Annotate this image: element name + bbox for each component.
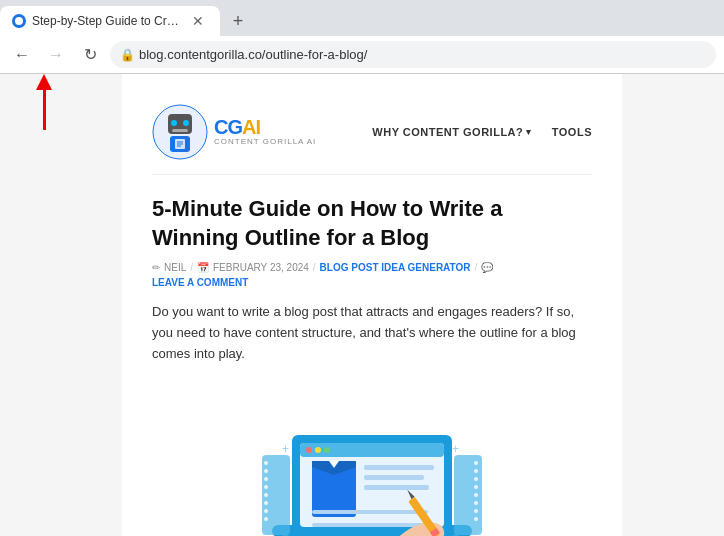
article-meta: ✏ NEIL / 📅 FEBRUARY 23, 2024 / BLOG POST… bbox=[152, 262, 592, 288]
svg-point-39 bbox=[474, 493, 478, 497]
page-content: CGAI CONTENT GORILLA AI WHY CONTENT GORI… bbox=[122, 74, 622, 536]
svg-point-41 bbox=[474, 509, 478, 513]
article-intro: Do you want to write a blog post that at… bbox=[152, 302, 592, 364]
svg-text:+: + bbox=[452, 442, 459, 456]
tab-bar: Step-by-Step Guide to Craft the ... ✕ + bbox=[0, 0, 724, 36]
svg-point-35 bbox=[474, 461, 478, 465]
meta-date: FEBRUARY 23, 2024 bbox=[213, 262, 309, 273]
tools-nav[interactable]: TooLS bbox=[552, 126, 592, 138]
meta-category-link[interactable]: BLOG POST IDEA GENERATOR bbox=[320, 262, 471, 273]
lock-icon: 🔒 bbox=[120, 48, 135, 62]
illustration: + + + + bbox=[152, 385, 592, 536]
svg-point-27 bbox=[264, 469, 268, 473]
site-nav: CGAI CONTENT GORILLA AI WHY CONTENT GORI… bbox=[152, 94, 592, 175]
url-wrapper: 🔒 bbox=[110, 41, 716, 68]
svg-point-30 bbox=[264, 493, 268, 497]
svg-point-38 bbox=[474, 485, 478, 489]
browser-window: Step-by-Step Guide to Craft the ... ✕ + … bbox=[0, 0, 724, 536]
tab-close-button[interactable]: ✕ bbox=[188, 11, 208, 31]
svg-rect-13 bbox=[300, 443, 444, 457]
svg-text:+: + bbox=[282, 529, 289, 536]
svg-point-33 bbox=[264, 517, 268, 521]
address-bar: ← → ↻ 🔒 bbox=[0, 36, 724, 74]
svg-point-26 bbox=[264, 461, 268, 465]
forward-button[interactable]: → bbox=[42, 41, 70, 69]
svg-point-40 bbox=[474, 501, 478, 505]
meta-comment-link[interactable]: LEAVE A COMMENT bbox=[152, 277, 248, 288]
svg-point-3 bbox=[183, 120, 189, 126]
logo-svg bbox=[152, 104, 208, 160]
svg-rect-24 bbox=[312, 510, 428, 514]
svg-point-37 bbox=[474, 477, 478, 481]
svg-rect-21 bbox=[364, 475, 424, 480]
url-input[interactable] bbox=[110, 41, 716, 68]
tab-title: Step-by-Step Guide to Craft the ... bbox=[32, 14, 182, 28]
svg-rect-22 bbox=[364, 485, 429, 490]
tab-favicon bbox=[12, 14, 26, 28]
svg-text:+: + bbox=[452, 529, 459, 536]
active-tab[interactable]: Step-by-Step Guide to Craft the ... ✕ bbox=[0, 6, 220, 36]
calendar-icon: 📅 bbox=[197, 262, 209, 273]
logo-cg: CGAI bbox=[214, 117, 260, 137]
comment-icon: 💬 bbox=[481, 262, 493, 273]
article-title: 5-Minute Guide on How to Write a Winning… bbox=[152, 195, 592, 252]
blog-illustration: + + + + bbox=[232, 385, 512, 536]
svg-rect-20 bbox=[364, 465, 434, 470]
svg-point-29 bbox=[264, 485, 268, 489]
pen-icon: ✏ bbox=[152, 262, 160, 273]
nav-links: WHY CONTENT GORILLA? ▾ TooLS bbox=[372, 126, 592, 138]
new-tab-button[interactable]: + bbox=[224, 7, 252, 35]
browser-chrome: Step-by-Step Guide to Craft the ... ✕ + … bbox=[0, 0, 724, 74]
chevron-down-icon: ▾ bbox=[526, 127, 532, 137]
refresh-button[interactable]: ↻ bbox=[76, 41, 104, 69]
meta-author: NEIL bbox=[164, 262, 186, 273]
article: 5-Minute Guide on How to Write a Winning… bbox=[152, 195, 592, 536]
svg-point-28 bbox=[264, 477, 268, 481]
svg-point-2 bbox=[171, 120, 177, 126]
svg-text:+: + bbox=[282, 442, 289, 456]
svg-rect-4 bbox=[172, 129, 188, 132]
svg-point-36 bbox=[474, 469, 478, 473]
svg-point-16 bbox=[324, 447, 330, 453]
svg-point-32 bbox=[264, 509, 268, 513]
logo-subtitle: CONTENT GORILLA AI bbox=[214, 137, 316, 147]
back-button[interactable]: ← bbox=[8, 41, 36, 69]
svg-point-31 bbox=[264, 501, 268, 505]
logo-area[interactable]: CGAI CONTENT GORILLA AI bbox=[152, 104, 316, 160]
webpage: CGAI CONTENT GORILLA AI WHY CONTENT GORI… bbox=[0, 74, 724, 536]
svg-point-42 bbox=[474, 517, 478, 521]
why-content-gorilla-nav[interactable]: WHY CONTENT GORILLA? ▾ bbox=[372, 126, 531, 138]
svg-rect-23 bbox=[312, 523, 432, 527]
svg-point-14 bbox=[306, 447, 312, 453]
logo-text: CGAI CONTENT GORILLA AI bbox=[214, 117, 316, 147]
svg-point-15 bbox=[315, 447, 321, 453]
